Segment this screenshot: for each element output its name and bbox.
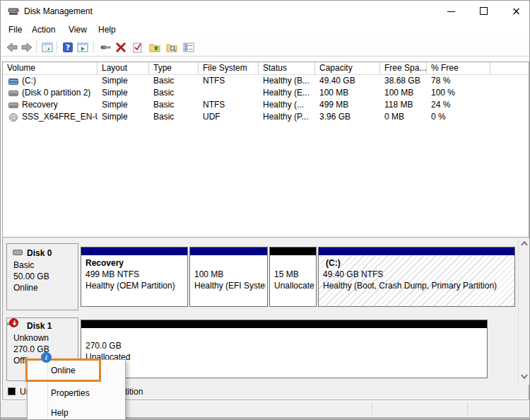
table-window-icon[interactable] [40,40,54,54]
disk-management-window: Disk Management × File Action View Help … [0,0,530,420]
cell-pct-free: 100 % [427,87,490,99]
gray-drive-icon [8,89,19,98]
disk-size: 50.00 GB [13,272,49,281]
maximize-icon [480,7,488,15]
disk-icon [13,250,23,255]
cell-file-system [199,87,259,99]
cell-free-space: 0 MB [380,111,427,123]
column-header-volume[interactable]: Volume [3,62,98,74]
disk-name: Disk 1 [27,321,52,331]
help-icon[interactable]: ? [61,40,75,54]
column-header-layout[interactable]: Layout [98,62,149,74]
cell-volume: Recovery [3,99,98,111]
minimize-button[interactable] [435,1,467,22]
column-header-capacity[interactable]: Capacity [315,62,380,74]
cell-status: Healthy (... [259,99,315,111]
cell-pct-free: 24 % [427,99,490,111]
cell-layout: Simple [98,99,149,111]
table-play-icon[interactable] [76,40,90,54]
maximize-button[interactable] [468,1,500,22]
close-button[interactable]: × [500,1,530,22]
column-header-filler [490,62,529,74]
forward-arrow-icon[interactable] [20,40,34,54]
cell-type: Basic [149,75,199,87]
cell-capacity: 49.40 GB [315,75,380,87]
column-header-status[interactable]: Status [259,62,315,74]
window-title: Disk Management [24,6,93,16]
table-row[interactable]: (Disk 0 partition 2) Simple Basic Health… [3,87,529,99]
vertical-scrollbar[interactable] [518,238,529,385]
wrench-tool-icon[interactable] [98,40,112,54]
volume-table-header: Volume Layout Type File System Status Ca… [3,62,529,75]
cell-free-space: 100 MB [380,87,427,99]
cell-status: Healthy (P... [259,111,315,123]
cell-pct-free: 0 % [427,111,490,123]
cell-capacity: 100 MB [315,87,380,99]
folder-up-arrow-icon[interactable] [148,40,162,54]
cell-capacity: 3.96 GB [315,111,380,123]
gray-drive-icon [8,101,19,110]
table-row[interactable]: (C:) Simple Basic NTFS Healthy (B... 49.… [3,75,529,87]
column-header-pct-free[interactable]: % Free [427,62,490,74]
cell-free-space: 38.68 GB [380,75,427,87]
context-menu-item-properties[interactable]: Properties [51,383,122,403]
partition-efi[interactable]: 100 MB Healthy (EFI System Partition) [189,247,268,307]
table-row[interactable]: SSS_X64FRE_EN-U... Simple Basic UDF Heal… [3,111,529,123]
menu-view[interactable]: View [66,24,89,37]
highlight-box-online [25,358,101,382]
column-header-free-space[interactable]: Free Spa... [380,62,427,74]
toolbar-separator [57,41,57,53]
disk-kind: Basic [13,260,34,270]
info-icon[interactable]: i [41,352,52,363]
back-arrow-icon[interactable] [5,40,19,54]
scroll-up-icon[interactable] [519,240,530,251]
menu-action[interactable]: Action [30,24,57,37]
menubar: File Action View Help [1,22,529,37]
checklist-icon[interactable] [182,40,196,54]
partition-color-bar [319,247,514,255]
column-header-type[interactable]: Type [149,62,199,74]
partition-color-bar [81,320,487,328]
folder-magnifier-icon[interactable] [165,40,179,54]
toolbar-separator [36,41,37,53]
cell-free-space: 118 MB [380,99,427,111]
cell-layout: Simple [98,87,149,99]
titlebar: Disk Management × [1,1,529,22]
partition-c-drive[interactable]: (C:) 49.40 GB NTFS Healthy (Boot, Crash … [318,247,515,307]
scroll-down-icon[interactable] [519,372,530,383]
disk-kind: Unknown [13,333,49,343]
disk-state: Online [13,283,38,293]
minimize-icon [447,11,455,12]
striped-drive-icon [8,77,19,86]
cell-file-system: UDF [199,111,259,123]
column-header-file-system[interactable]: File System [199,62,259,74]
cell-type: Basic [149,111,199,123]
cell-file-system: NTFS [199,99,259,111]
svg-text:?: ? [66,43,70,52]
partition-recovery[interactable]: Recovery 499 MB NTFS Healthy (OEM Partit… [81,247,188,307]
cell-file-system: NTFS [199,75,259,87]
partition-color-bar [270,247,316,255]
cell-layout: Simple [98,111,149,123]
status-separator [372,402,372,416]
disc-icon [8,113,19,122]
disk0-label-box[interactable]: Disk 0 Basic 50.00 GB Online [6,243,78,310]
close-icon: × [512,5,521,18]
offline-icon [9,318,18,327]
cell-status: Healthy (B... [259,75,315,87]
cell-status: Healthy (E... [259,87,315,99]
partition-unallocated-15mb[interactable]: 15 MB Unallocated [269,247,317,307]
cell-type: Basic [149,99,199,111]
menu-help[interactable]: Help [96,24,118,37]
document-check-icon[interactable] [131,40,145,54]
partition-color-bar [81,247,187,255]
cell-pct-free: 78 % [427,75,490,87]
partition-unallocated-270gb[interactable]: 270.0 GB Unallocated [81,320,488,378]
red-x-icon[interactable] [114,40,128,54]
cell-layout: Simple [98,75,149,87]
table-row[interactable]: Recovery Simple Basic NTFS Healthy (... … [3,99,529,111]
context-menu-item-help[interactable]: Help [51,403,122,420]
app-icon [8,6,20,16]
menu-file[interactable]: File [6,24,24,37]
cell-volume: (C:) [3,75,98,87]
